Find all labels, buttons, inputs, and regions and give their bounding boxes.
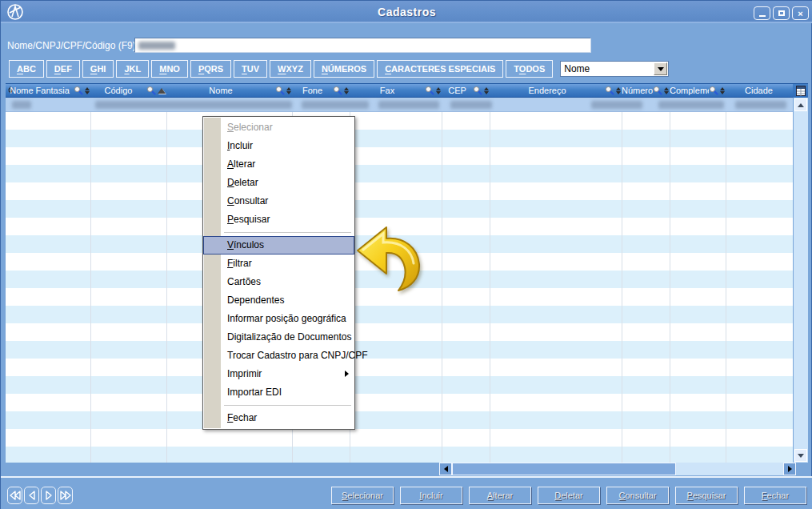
redacted-cell (450, 101, 492, 109)
deletar-button[interactable]: Deletar (538, 487, 600, 504)
scroll-left-button[interactable] (439, 463, 452, 475)
alterar-button[interactable]: Alterar (469, 487, 531, 504)
column-header-cep[interactable]: CEP (442, 84, 490, 97)
table-rows-area[interactable] (6, 112, 793, 463)
next-record-button[interactable] (41, 487, 56, 504)
menu-separator (203, 402, 354, 409)
last-record-button[interactable] (58, 487, 73, 504)
triangle-left-icon (444, 466, 448, 472)
dropdown-value: Nome (561, 63, 654, 74)
maximize-button[interactable] (773, 6, 790, 20)
record-navigation (7, 487, 73, 504)
sort-asc-icon (158, 88, 166, 94)
submenu-arrow-icon (345, 371, 349, 377)
column-label: Fone (292, 86, 333, 95)
column-header-cidade[interactable]: Cidade (726, 84, 793, 97)
close-icon: × (798, 9, 802, 18)
column-header-numero[interactable]: Número (622, 84, 670, 97)
filter-numeros-button[interactable]: NÚMEROS (314, 60, 374, 78)
search-input[interactable] (134, 38, 591, 53)
search-icon (605, 86, 614, 95)
dropdown-arrow-button[interactable] (654, 62, 667, 75)
search-icon (473, 86, 482, 95)
minimize-button[interactable] (754, 6, 770, 20)
filter-mno-button[interactable]: MNO (151, 60, 188, 78)
minimize-icon (759, 15, 766, 17)
column-label: Código (90, 86, 146, 95)
filter-todos-button[interactable]: TODOS (506, 60, 553, 78)
pesquisar-button[interactable]: Pesquisar (675, 487, 738, 504)
menu-item-importar-edi[interactable]: Importar EDI (203, 383, 354, 402)
filter-def-button[interactable]: DEF (46, 60, 80, 78)
fechar-button[interactable]: Fechar (744, 487, 806, 504)
sort-field-dropdown[interactable]: Nome (560, 61, 669, 77)
table-header-row: Nome FantasiaCódigoNomeFoneFaxCEPEndereç… (6, 83, 793, 98)
column-gridline (670, 112, 670, 463)
column-header-codigo[interactable]: Código (90, 84, 166, 97)
column-label: Fax (350, 86, 425, 95)
grid-icon (796, 86, 806, 96)
action-buttons: SelecionarIncluirAlterarDeletarConsultar… (331, 487, 806, 504)
menu-item-dependentes[interactable]: Dependentes (203, 291, 354, 310)
sort-indicator-icon (286, 87, 291, 94)
vertical-scrollbar[interactable] (794, 98, 808, 463)
filter-pqrs-button[interactable]: PQRS (190, 60, 231, 78)
filter-abc-button[interactable]: ABC (9, 60, 44, 78)
previous-record-button[interactable] (24, 487, 39, 504)
first-record-button[interactable] (7, 487, 22, 504)
column-header-nome[interactable]: Nome (166, 84, 292, 97)
menu-item-pesquisar[interactable]: Pesquisar (203, 210, 354, 229)
menu-item-vinculos[interactable]: Vínculos (203, 236, 354, 254)
filter-jkl-button[interactable]: JKL (116, 60, 149, 78)
redacted-cell (12, 101, 31, 109)
filter-wxyz-button[interactable]: WXYZ (270, 60, 311, 78)
scroll-down-button[interactable] (794, 449, 807, 462)
column-label: Nome Fantasia (6, 86, 74, 95)
menu-item-informar-posicao-geografica[interactable]: Informar posição geográfica (203, 310, 354, 328)
window-title: Cadastros (1, 6, 812, 18)
menu-item-incluir[interactable]: Incluir (203, 137, 354, 155)
selected-row[interactable] (6, 98, 793, 112)
scroll-up-button[interactable] (794, 98, 807, 111)
menu-item-selecionar: Selecionar (203, 118, 354, 137)
filter-caracteres-especiais-button[interactable]: CARACTERES ESPECIAIS (377, 60, 503, 78)
cadastros-window: Cadastros × Nome/CNPJ/CPF/Código (F9): A… (0, 0, 812, 509)
menu-item-fechar[interactable]: Fechar (203, 409, 354, 427)
triangle-up-icon (798, 103, 804, 107)
menu-item-deletar[interactable]: Deletar (203, 174, 354, 192)
column-label: Endereço (490, 86, 605, 95)
column-header-complemento[interactable]: Complemento (670, 84, 726, 97)
incluir-button[interactable]: Incluir (400, 487, 462, 504)
column-header-fone[interactable]: Fone (292, 84, 350, 97)
filter-ghi-button[interactable]: GHI (82, 60, 114, 78)
column-gridline (490, 112, 490, 463)
column-header-fax[interactable]: Fax (350, 84, 442, 97)
triangle-down-icon (798, 454, 804, 458)
menu-item-filtrar[interactable]: Filtrar (203, 254, 354, 273)
column-config-button[interactable] (793, 83, 808, 98)
titlebar: Cadastros × (1, 1, 812, 23)
scroll-right-button[interactable] (783, 463, 796, 475)
menu-item-consultar[interactable]: Consultar (203, 192, 354, 210)
menu-item-trocar-cadastro-para-cnpj-cpf[interactable]: Trocar Cadastro para CNPJ/CPF (203, 347, 354, 365)
close-button[interactable]: × (792, 6, 809, 20)
column-label: Número (622, 86, 653, 95)
triangle-right-icon (788, 466, 792, 472)
hscroll-thumb[interactable] (452, 463, 676, 475)
sort-indicator-icon (484, 87, 489, 94)
search-label: Nome/CNPJ/CPF/Código (F9): (7, 40, 138, 51)
column-gridline (622, 112, 622, 463)
menu-item-cartoes[interactable]: Cartões (203, 273, 354, 291)
column-header-nome-fantasia[interactable]: Nome Fantasia (6, 84, 90, 97)
column-label: Nome (166, 86, 275, 95)
last-icon (59, 489, 72, 502)
column-header-endereco[interactable]: Endereço (490, 84, 622, 97)
menu-item-imprimir[interactable]: Imprimir (203, 365, 354, 383)
filter-tuv-button[interactable]: TUV (234, 60, 267, 78)
column-label: Cidade (726, 86, 792, 95)
search-icon (653, 86, 662, 95)
menu-item-digitalizacao-de-documentos[interactable]: Digitalização de Documentos (203, 328, 354, 347)
menu-item-alterar[interactable]: Alterar (203, 155, 354, 174)
selecionar-button[interactable]: Selecionar (331, 487, 394, 504)
consultar-button[interactable]: Consultar (606, 487, 669, 504)
